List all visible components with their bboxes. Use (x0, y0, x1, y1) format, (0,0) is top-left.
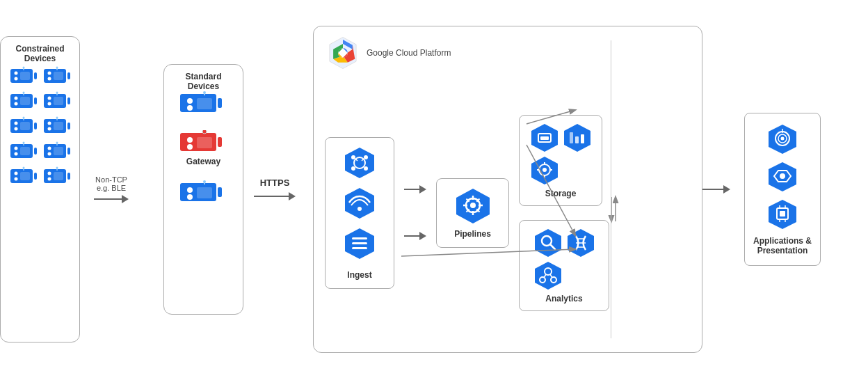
gcp-title: Google Cloud Platform (367, 48, 451, 58)
svg-rect-57 (34, 173, 37, 180)
svg-rect-18 (20, 97, 30, 105)
svg-point-86 (187, 194, 193, 200)
device-icon (9, 66, 38, 87)
svg-point-16 (14, 96, 17, 100)
svg-rect-36 (67, 123, 70, 129)
svg-marker-136 (535, 229, 561, 257)
svg-point-131 (542, 168, 547, 172)
svg-point-23 (47, 96, 51, 100)
svg-rect-128 (581, 134, 584, 143)
svg-rect-67 (54, 172, 63, 180)
standard-device-list: Gateway (179, 91, 229, 205)
gcp-header: Google Cloud Platform (325, 35, 691, 71)
svg-point-85 (187, 187, 193, 193)
gcp-box: Google Cloud Platform (313, 26, 702, 353)
arrow-head (419, 185, 426, 194)
svg-rect-110 (352, 247, 367, 249)
device-icon (9, 141, 38, 162)
svg-point-31 (14, 127, 17, 130)
ingest-label: Ingest (347, 270, 371, 280)
cloud-storage-icon (530, 123, 559, 152)
diagram: Constrained Devices (0, 0, 868, 378)
standard-devices-box: StandardDevices (163, 64, 243, 315)
svg-point-30 (14, 121, 17, 125)
svg-point-51 (47, 146, 51, 150)
svg-point-37 (47, 121, 51, 125)
svg-rect-1 (34, 72, 37, 79)
svg-point-59 (14, 177, 17, 180)
svg-rect-109 (352, 242, 367, 244)
svg-rect-32 (20, 122, 30, 130)
svg-rect-25 (54, 97, 63, 105)
pipelines-label: Pipelines (454, 229, 491, 239)
https-connector: HTTPS (243, 178, 306, 200)
ingest-arrows (404, 185, 426, 240)
svg-point-80 (187, 144, 193, 150)
stackdriver-icon (344, 227, 376, 259)
svg-rect-108 (352, 237, 367, 239)
svg-point-79 (187, 137, 193, 143)
svg-marker-105 (345, 188, 374, 219)
arrow-head (289, 192, 296, 200)
gateway-icon (179, 130, 229, 155)
storage-icons (530, 123, 592, 184)
device-icon (9, 91, 38, 112)
svg-point-82 (202, 130, 207, 134)
svg-point-76 (203, 91, 206, 94)
applications-box: Applications & Presentation (744, 113, 821, 266)
svg-point-17 (14, 102, 17, 105)
svg-rect-60 (20, 172, 30, 180)
svg-point-24 (47, 102, 51, 105)
storage-analytics-column: Storage (519, 115, 609, 311)
svg-point-72 (187, 98, 193, 104)
svg-rect-127 (575, 136, 579, 143)
svg-point-121 (470, 203, 476, 208)
gcp-to-apps-connector (702, 185, 737, 194)
arrow-line (254, 196, 289, 197)
analytics-icons (533, 228, 595, 290)
svg-point-100 (364, 155, 368, 159)
arrow-line (404, 189, 419, 190)
device-icon (42, 141, 72, 162)
constrained-devices-box: Constrained Devices (0, 36, 80, 342)
svg-rect-87 (197, 187, 212, 198)
svg-point-154 (781, 136, 785, 140)
svg-rect-74 (197, 98, 212, 109)
svg-rect-81 (197, 137, 212, 148)
ble-connector: Non-TCPe.g. BLE (80, 175, 143, 203)
svg-rect-71 (218, 98, 222, 108)
svg-point-66 (47, 177, 51, 180)
svg-rect-53 (54, 147, 63, 155)
storage-box: Storage (519, 115, 602, 206)
arrow-line (702, 189, 723, 190)
device-icon (9, 166, 38, 187)
svg-point-106 (357, 207, 362, 211)
dataflow-icon (455, 187, 491, 223)
gcp-content: Ingest (325, 82, 691, 344)
svg-point-73 (187, 105, 193, 111)
svg-rect-46 (20, 147, 30, 155)
svg-point-41 (56, 116, 58, 118)
gcp-logo (325, 35, 361, 71)
svg-point-6 (22, 66, 24, 68)
svg-point-38 (47, 127, 51, 130)
svg-point-69 (56, 166, 58, 168)
svg-point-65 (47, 171, 51, 175)
svg-rect-8 (67, 72, 70, 79)
https-arrow (254, 192, 296, 200)
svg-point-96 (341, 50, 346, 55)
arrow-head (723, 185, 730, 194)
pubsub-icon (344, 146, 376, 178)
constrained-device-grid (9, 66, 72, 187)
gateway-container: Gateway (179, 130, 229, 166)
device-icon (42, 166, 72, 187)
svg-rect-160 (780, 211, 785, 216)
dataproc-icon (533, 260, 563, 290)
svg-point-55 (56, 141, 58, 143)
svg-rect-43 (34, 148, 37, 155)
monitoring-icon (767, 123, 798, 154)
svg-rect-29 (34, 123, 37, 129)
svg-rect-78 (218, 137, 222, 147)
gateway-label: Gateway (186, 157, 220, 166)
svg-point-20 (22, 91, 24, 93)
